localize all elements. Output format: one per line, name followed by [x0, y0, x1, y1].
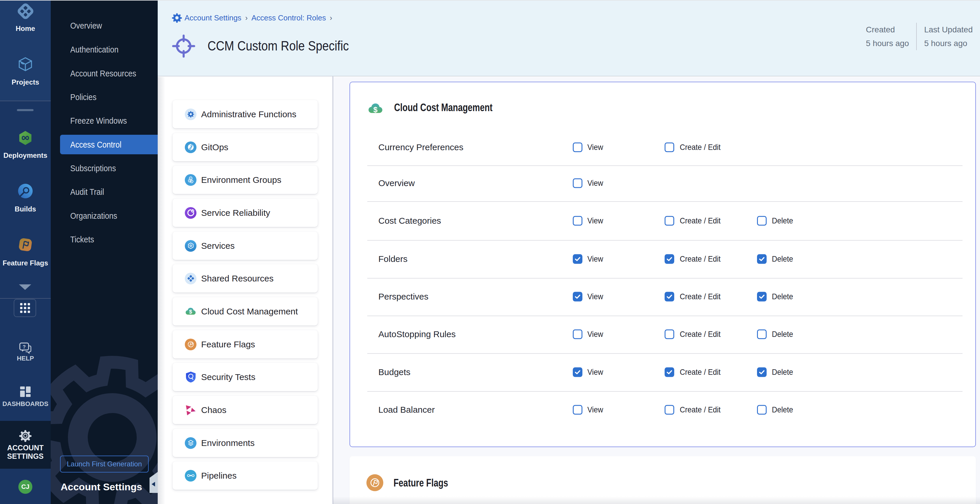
svg-text:$: $ — [189, 309, 192, 315]
svg-text:?: ? — [23, 344, 25, 350]
svg-text:$: $ — [374, 105, 377, 114]
